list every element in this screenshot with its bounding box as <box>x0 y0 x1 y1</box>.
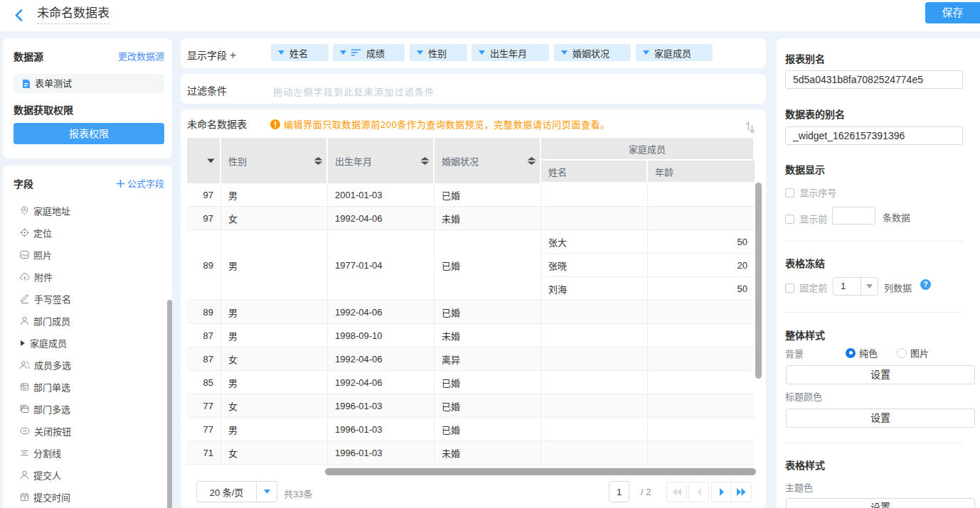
svg-text:?: ? <box>923 281 927 288</box>
